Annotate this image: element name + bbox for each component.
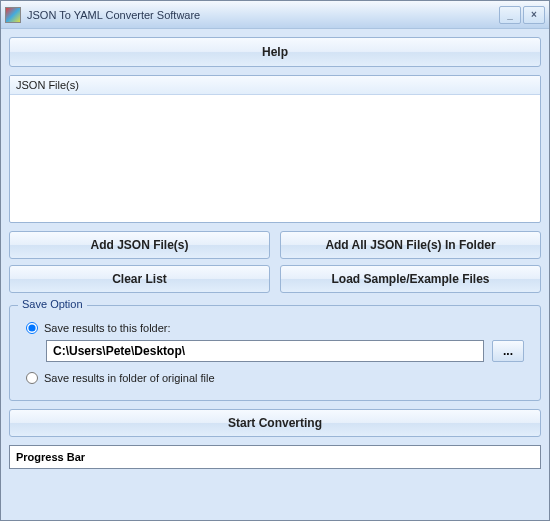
add-all-in-folder-button[interactable]: Add All JSON File(s) In Folder	[280, 231, 541, 259]
add-json-files-button[interactable]: Add JSON File(s)	[9, 231, 270, 259]
output-path-input[interactable]	[46, 340, 484, 362]
load-sample-button[interactable]: Load Sample/Example Files	[280, 265, 541, 293]
app-icon	[5, 7, 21, 23]
action-button-grid: Add JSON File(s) Add All JSON File(s) In…	[9, 231, 541, 293]
app-window: JSON To YAML Converter Software _ × Help…	[0, 0, 550, 521]
progress-label: Progress Bar	[16, 451, 85, 463]
window-title: JSON To YAML Converter Software	[27, 9, 499, 21]
clear-list-button[interactable]: Clear List	[9, 265, 270, 293]
radio-save-original-folder-row[interactable]: Save results in folder of original file	[26, 372, 530, 384]
help-button[interactable]: Help	[9, 37, 541, 67]
window-control-buttons: _ ×	[499, 6, 545, 24]
client-area: Help JSON File(s) Add JSON File(s) Add A…	[1, 29, 549, 520]
start-converting-button[interactable]: Start Converting	[9, 409, 541, 437]
file-list[interactable]	[10, 95, 540, 221]
radio-save-to-folder-label: Save results to this folder:	[44, 322, 171, 334]
close-button[interactable]: ×	[523, 6, 545, 24]
radio-save-original-folder[interactable]	[26, 372, 38, 384]
minimize-button[interactable]: _	[499, 6, 521, 24]
save-option-group: Save Option Save results to this folder:…	[9, 305, 541, 401]
progress-bar: Progress Bar	[9, 445, 541, 469]
save-option-title: Save Option	[18, 298, 87, 310]
browse-folder-button[interactable]: ...	[492, 340, 524, 362]
radio-save-original-folder-label: Save results in folder of original file	[44, 372, 215, 384]
radio-save-to-folder[interactable]	[26, 322, 38, 334]
file-list-header[interactable]: JSON File(s)	[10, 76, 540, 95]
titlebar[interactable]: JSON To YAML Converter Software _ ×	[1, 1, 549, 29]
output-path-row: ...	[46, 340, 524, 362]
radio-save-to-folder-row[interactable]: Save results to this folder:	[26, 322, 530, 334]
file-list-panel: JSON File(s)	[9, 75, 541, 223]
